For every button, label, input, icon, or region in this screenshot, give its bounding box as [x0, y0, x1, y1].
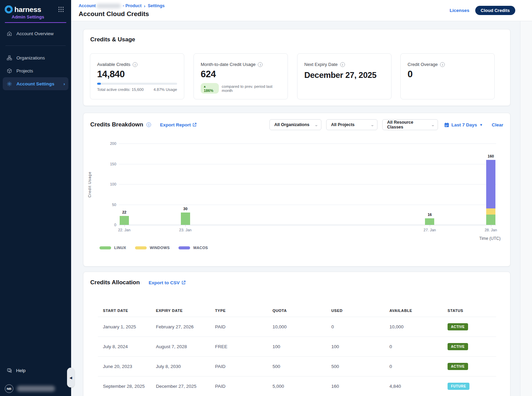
svg-text:?: ? — [8, 369, 10, 371]
sidebar-item-account-overview[interactable]: Account Overview — [0, 27, 71, 40]
y-tick-label: 100 — [103, 182, 116, 186]
content-area: 6. Credits & Usage Available Credits i 1… — [71, 21, 532, 396]
legend-item-macos[interactable]: MACOS — [178, 246, 208, 250]
chart-legend: LINUXWINDOWSMACOS — [99, 246, 217, 250]
x-tick-mark — [124, 225, 125, 227]
x-axis-title: Time (UTC) — [479, 236, 501, 241]
x-tick-label: 23. Jan — [173, 228, 197, 232]
cell-expiry: December 27, 2025 — [156, 384, 215, 389]
bar-value-label: 160 — [481, 154, 501, 158]
chevron-down-icon: ⌄ — [370, 123, 374, 127]
column-header: AVAILABLE — [389, 309, 448, 313]
cell-start: June 20, 2023 — [98, 364, 156, 369]
y-axis-title: Credit Usage — [88, 157, 92, 212]
cell-used: 100 — [331, 344, 389, 349]
cell-available: 0 — [389, 364, 448, 369]
external-link-icon — [192, 123, 197, 127]
main-area: Account - Product › Settings Account Clo… — [71, 0, 532, 396]
avatar[interactable]: NB — [5, 384, 13, 393]
trend-note: compared to prev. period last month — [222, 84, 281, 93]
date-range-picker[interactable]: Last 7 Days ▼ — [444, 122, 483, 127]
gridline — [119, 184, 496, 185]
user-row: NB — [0, 382, 71, 395]
breadcrumb-settings[interactable]: Settings — [148, 3, 164, 8]
cell-expiry: August 7, 2028 — [156, 344, 215, 349]
table-row: July 8, 2024August 7, 2028FREE1001000ACT… — [98, 337, 496, 356]
cell-quota: 10,000 — [272, 324, 331, 329]
breadcrumb-product[interactable]: - Product — [123, 3, 142, 8]
y-tick-label: 150 — [103, 162, 116, 166]
licenses-link[interactable]: Licenses — [450, 8, 469, 13]
scroll-gutter[interactable] — [520, 21, 532, 396]
export-report-link[interactable]: Export Report — [160, 122, 197, 127]
info-icon[interactable]: i — [440, 62, 445, 67]
info-icon[interactable]: i — [146, 122, 151, 127]
status-badge: FUTURE — [448, 383, 469, 390]
sidebar-item-organizations[interactable]: Organizations — [0, 51, 71, 64]
info-icon[interactable]: i — [133, 62, 137, 67]
apps-grid-icon[interactable] — [58, 7, 64, 12]
cell-type: PAID — [215, 324, 272, 329]
credits-usage-title: Credits & Usage — [90, 36, 135, 43]
gear-icon — [6, 81, 12, 87]
column-header: START DATE — [98, 309, 156, 313]
credits-breakdown-title: Credits Breakdown — [90, 121, 143, 128]
table-row: June 20, 2023July 8, 2030PAID5005000ACTI… — [98, 356, 496, 376]
sidebar-collapse-handle[interactable]: ◀ — [67, 368, 75, 387]
chart-plot: 223016160 — [119, 144, 496, 225]
projects-select[interactable]: All Projects ⌄ — [326, 119, 377, 130]
bar-value-label: 30 — [175, 207, 196, 211]
gridline — [119, 225, 496, 225]
cloud-credits-button[interactable]: Cloud Credits — [475, 6, 515, 15]
info-icon[interactable]: i — [340, 62, 345, 67]
credits-allocation-card: Credits Allocation Export to CSV START D… — [83, 272, 510, 396]
cell-expiry: July 8, 2030 — [156, 364, 215, 369]
legend-swatch — [178, 246, 190, 249]
sidebar-item-projects[interactable]: Projects — [0, 64, 71, 77]
legend-swatch — [99, 246, 111, 249]
calendar-icon — [444, 122, 449, 127]
page-header: Account - Product › Settings Account Clo… — [71, 0, 532, 21]
legend-item-windows[interactable]: WINDOWS — [135, 246, 170, 250]
cube-icon — [6, 68, 12, 74]
column-header: EXPIRY DATE — [156, 309, 215, 313]
projects-select-value: All Projects — [331, 122, 355, 127]
y-tick-label: 0 — [103, 223, 116, 227]
column-header: STATUS — [448, 309, 496, 313]
clear-filters-link[interactable]: Clear — [492, 122, 503, 127]
next-expiry-card: Next Expiry Date i December 27, 2025 — [297, 53, 391, 99]
cell-available: 10,000 — [389, 324, 448, 329]
help-chat-icon: ? — [6, 367, 12, 373]
x-tick-label: 27. Jan — [418, 228, 442, 232]
trend-up-badge: ▴ 186% — [201, 83, 219, 94]
sidebar-item-label: Projects — [16, 68, 33, 73]
cell-quota: 500 — [272, 364, 331, 369]
credits-usage-card: Credits & Usage Available Credits i 14,8… — [83, 29, 510, 106]
brand-name: harness — [14, 5, 41, 14]
cell-type: PAID — [215, 364, 272, 369]
next-expiry-value: December 27, 2025 — [304, 70, 384, 81]
resource-classes-select[interactable]: All Resource Classes ⌄ — [382, 119, 438, 130]
info-icon[interactable]: i — [258, 62, 263, 67]
breadcrumb-redacted — [96, 4, 121, 8]
chevron-right-icon: › — [64, 81, 65, 86]
legend-item-linux[interactable]: LINUX — [99, 246, 126, 250]
sidebar-item-account-settings[interactable]: Account Settings › — [3, 77, 68, 90]
cell-start: July 8, 2024 — [98, 344, 156, 349]
status-badge: ACTIVE — [448, 363, 468, 370]
export-report-label: Export Report — [160, 122, 191, 127]
legend-label: WINDOWS — [150, 246, 170, 250]
gridline — [119, 144, 496, 144]
help-button[interactable]: ? Help — [0, 365, 71, 376]
organizations-select[interactable]: All Organizations ⌄ — [269, 119, 321, 130]
available-credits-value: 14,840 — [97, 69, 177, 80]
credits-progress-bar — [97, 83, 177, 85]
breadcrumb-account[interactable]: Account — [79, 3, 96, 8]
mtd-usage-label: Month-to-date Credit Usage — [201, 62, 255, 67]
export-csv-link[interactable]: Export to CSV — [149, 280, 186, 285]
cell-quota: 5,000 — [272, 384, 331, 389]
total-active-credits: Total active credits: 15,600 — [97, 87, 144, 92]
bar-value-label: 16 — [420, 213, 440, 217]
cell-used: 0 — [331, 324, 389, 329]
bar-segment-linux — [181, 213, 190, 225]
